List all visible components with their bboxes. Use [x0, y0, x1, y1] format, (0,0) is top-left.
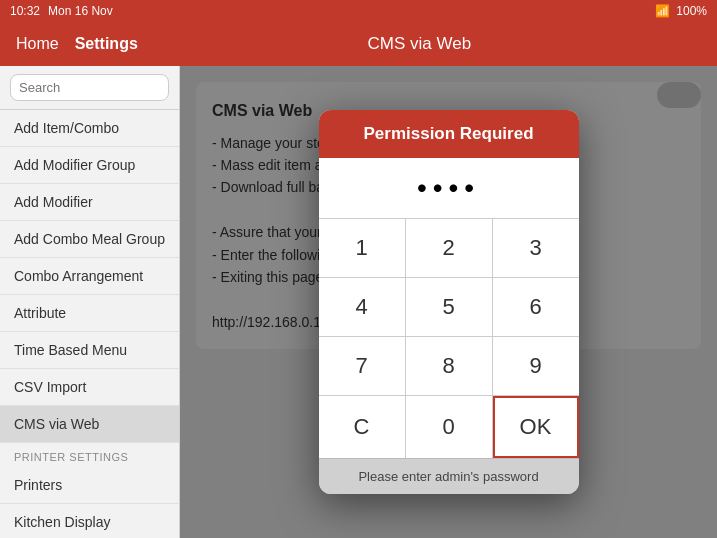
content-area: CMS via Web - Manage your stock file via…	[180, 66, 717, 538]
keypad-btn-7[interactable]: 7	[319, 337, 405, 395]
status-bar: 10:32 Mon 16 Nov 📶 100%	[0, 0, 717, 22]
keypad-btn-2[interactable]: 2	[406, 219, 492, 277]
sidebar-item-attribute[interactable]: Attribute	[0, 295, 179, 332]
sidebar-item-add-combo-meal-group[interactable]: Add Combo Meal Group	[0, 221, 179, 258]
permission-dialog: Permission Required •••• 1 2 3 4 5 6 7 8…	[319, 110, 579, 494]
sidebar-item-printers[interactable]: Printers	[0, 467, 179, 504]
status-time: 10:32	[10, 4, 40, 18]
keypad-btn-0[interactable]: 0	[406, 396, 492, 458]
battery-status: 100%	[676, 4, 707, 18]
wifi-icon: 📶	[655, 4, 670, 18]
status-date: Mon 16 Nov	[48, 4, 113, 18]
nav-title: CMS via Web	[138, 34, 701, 54]
keypad-btn-5[interactable]: 5	[406, 278, 492, 336]
nav-settings-label: Settings	[75, 35, 138, 53]
sidebar-item-add-modifier-group[interactable]: Add Modifier Group	[0, 147, 179, 184]
status-left: 10:32 Mon 16 Nov	[10, 4, 113, 18]
dialog-keypad: 1 2 3 4 5 6 7 8 9 C 0 OK	[319, 219, 579, 458]
keypad-btn-ok[interactable]: OK	[493, 396, 579, 458]
keypad-btn-9[interactable]: 9	[493, 337, 579, 395]
sidebar-item-kitchen-display[interactable]: Kitchen Display	[0, 504, 179, 538]
sidebar-item-cms-via-web[interactable]: CMS via Web	[0, 406, 179, 443]
sidebar-item-add-item-combo[interactable]: Add Item/Combo	[0, 110, 179, 147]
keypad-btn-3[interactable]: 3	[493, 219, 579, 277]
keypad-btn-clear[interactable]: C	[319, 396, 405, 458]
sidebar-item-combo-arrangement[interactable]: Combo Arrangement	[0, 258, 179, 295]
printer-settings-header: PRINTER SETTINGS	[0, 443, 179, 467]
nav-left: Home Settings	[16, 35, 138, 53]
keypad-btn-6[interactable]: 6	[493, 278, 579, 336]
dialog-pin-display: ••••	[319, 158, 579, 219]
sidebar-item-csv-import[interactable]: CSV Import	[0, 369, 179, 406]
permission-overlay: Permission Required •••• 1 2 3 4 5 6 7 8…	[180, 66, 717, 538]
main-layout: Add Item/Combo Add Modifier Group Add Mo…	[0, 66, 717, 538]
dialog-footer: Please enter admin's password	[319, 458, 579, 494]
nav-home-button[interactable]: Home	[16, 35, 59, 53]
status-right: 📶 100%	[655, 4, 707, 18]
search-input[interactable]	[10, 74, 169, 101]
sidebar-item-add-modifier[interactable]: Add Modifier	[0, 184, 179, 221]
sidebar-item-time-based-menu[interactable]: Time Based Menu	[0, 332, 179, 369]
sidebar: Add Item/Combo Add Modifier Group Add Mo…	[0, 66, 180, 538]
dialog-header: Permission Required	[319, 110, 579, 158]
nav-bar: Home Settings CMS via Web	[0, 22, 717, 66]
keypad-btn-8[interactable]: 8	[406, 337, 492, 395]
keypad-btn-1[interactable]: 1	[319, 219, 405, 277]
keypad-btn-4[interactable]: 4	[319, 278, 405, 336]
